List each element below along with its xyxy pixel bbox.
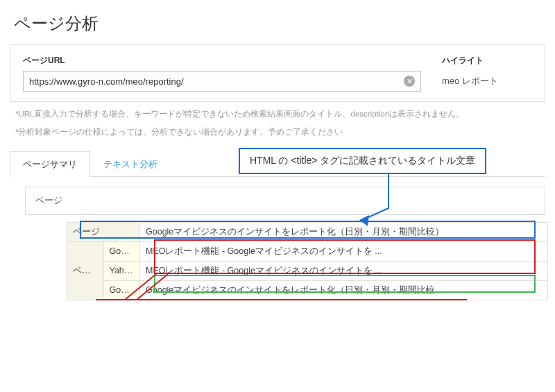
clear-icon[interactable]: ✕	[404, 76, 415, 87]
highlight-value: meo レポート	[442, 71, 532, 87]
engine-yahoo-value: MEOレポート機能 - Googleマイビジネスのインサイトを ...	[140, 261, 548, 280]
table-row: ページタイトル Google MEOレポート機能 - Googleマイビジネスの…	[67, 241, 548, 261]
engine-google-value: MEOレポート機能 - Googleマイビジネスのインサイトを ...	[140, 241, 548, 261]
sub-panel-header: ページ	[26, 187, 545, 214]
row-page-value: Googleマイビジネスのインサイトをレポート化（日別・月別・期間比較）	[140, 222, 548, 241]
hint-line-2: *分析対象ページの仕様によっては、分析できない場合があります。予めご了承ください	[15, 126, 540, 138]
url-input[interactable]	[24, 71, 404, 91]
tab-page-summary[interactable]: ページサマリ	[10, 151, 90, 177]
engine-google-sp-value: Googleマイビジネスのインサイトをレポート化（日別・月別・期間比較 ...	[140, 280, 548, 300]
row-page-label: ページ	[67, 222, 140, 241]
url-field-label: ページURL	[23, 55, 421, 67]
title-data-table: ページ Googleマイビジネスのインサイトをレポート化（日別・月別・期間比較）…	[67, 222, 548, 300]
engine-google: Google	[103, 241, 140, 261]
hint-line-1: *URL直接入力で分析する場合、キーワードが特定できないため検索結果画面のタイト…	[15, 108, 540, 120]
engine-google-sp: Google (スマホ検索)	[103, 280, 140, 300]
page-title: ページ分析	[0, 0, 555, 44]
annotation-callout-engines: 検索エンジン別に検索結果に表示されているタイトル このケースでは、PC ブラウザ…	[96, 299, 467, 300]
annotation-callout-title-tag: HTML の <title> タグに記載されているタイトル文章	[239, 148, 486, 174]
highlight-field-label: ハイライト	[442, 55, 532, 67]
engine-yahoo: Yahoo! JAPAN	[103, 261, 140, 280]
table-row: Yahoo! JAPAN MEOレポート機能 - Googleマイビジネスのイン…	[67, 261, 548, 280]
table-row: ページ Googleマイビジネスのインサイトをレポート化（日別・月別・期間比較）	[67, 222, 548, 241]
table-row: Google (スマホ検索) Googleマイビジネスのインサイトをレポート化（…	[67, 280, 548, 300]
tab-text-analysis[interactable]: テキスト分析	[90, 151, 171, 177]
url-input-container: ✕	[23, 71, 421, 92]
page-summary-panel: ページ	[25, 187, 545, 215]
analysis-input-panel: ページURL ✕ ハイライト meo レポート	[10, 44, 545, 102]
row-pagetitle-label: ページタイトル	[67, 241, 104, 300]
